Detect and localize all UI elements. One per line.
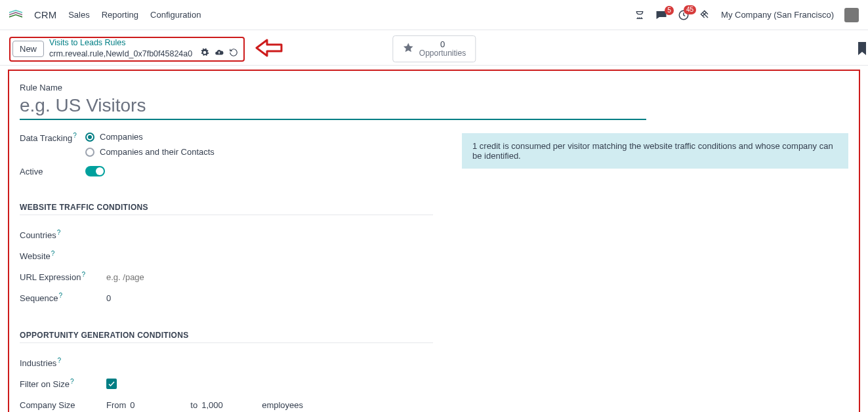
topbar-left: CRM Sales Reporting Configuration: [9, 9, 201, 20]
breadcrumb-record-id: crm.reveal.rule,NewId_0x7fb0f45824a0: [49, 49, 192, 59]
data-tracking-radio-group: Companies Companies and their Contacts: [85, 132, 215, 157]
help-icon[interactable]: ?: [59, 292, 63, 299]
help-icon[interactable]: ?: [57, 357, 61, 364]
opportunities-button[interactable]: 0 Opportunities: [392, 35, 476, 62]
breadcrumb-sub: crm.reveal.rule,NewId_0x7fb0f45824a0: [49, 48, 238, 60]
company-size-label: Company Size: [20, 400, 106, 410]
section-traffic-title: WEBSITE TRAFFIC CONDITIONS: [20, 203, 433, 212]
menu-sales[interactable]: Sales: [68, 10, 90, 20]
activities-icon[interactable]: 45: [678, 9, 690, 21]
breadcrumb-highlight-box: New Visits to Leads Rules crm.reveal.rul…: [9, 37, 245, 62]
active-toggle[interactable]: [85, 166, 105, 176]
radio-companies-contacts[interactable]: Companies and their Contacts: [85, 147, 215, 157]
industries-label: Industries?: [20, 357, 106, 368]
sequence-input[interactable]: 0: [106, 293, 433, 303]
opportunities-label: Opportunities: [419, 49, 466, 58]
messages-icon[interactable]: 5: [655, 10, 667, 20]
radio-companies[interactable]: Companies: [85, 132, 215, 142]
breadcrumb-texts: Visits to Leads Rules crm.reveal.rule,Ne…: [49, 38, 238, 60]
active-label: Active: [20, 167, 85, 176]
star-icon: [402, 42, 414, 56]
company-size-to-input[interactable]: [201, 400, 258, 410]
cloud-upload-icon[interactable]: [215, 48, 224, 60]
breadcrumb-link[interactable]: Visits to Leads Rules: [49, 38, 238, 48]
tools-icon[interactable]: [700, 10, 711, 20]
rule-name-input[interactable]: [20, 94, 646, 120]
company-size-from-input[interactable]: [130, 400, 186, 410]
to-label: to: [190, 400, 197, 410]
bookmark-icon[interactable]: [858, 42, 867, 57]
rule-name-label: Rule Name: [20, 83, 848, 93]
app-logo-icon[interactable]: [9, 10, 22, 20]
divider: [20, 215, 433, 215]
filter-size-checkbox[interactable]: [106, 379, 117, 389]
radio-unchecked-icon: [85, 148, 94, 157]
company-selector[interactable]: My Company (San Francisco): [721, 10, 834, 20]
help-icon[interactable]: ?: [51, 250, 55, 257]
activities-badge: 45: [684, 5, 696, 14]
voip-icon[interactable]: [634, 10, 645, 20]
data-tracking-label: Data Tracking?: [20, 132, 85, 143]
filter-size-label: Filter on Size?: [20, 378, 106, 389]
gear-icon[interactable]: [200, 48, 209, 60]
action-row: New Visits to Leads Rules crm.reveal.rul…: [0, 30, 868, 66]
svg-marker-2: [9, 14, 22, 17]
help-icon[interactable]: ?: [70, 378, 74, 385]
radio-checked-icon: [85, 133, 94, 142]
url-expression-input[interactable]: [106, 271, 238, 283]
messages-badge: 5: [665, 6, 674, 15]
sequence-label: Sequence?: [20, 292, 106, 303]
info-banner: 1 credit is consumed per visitor matchin…: [462, 133, 848, 169]
divider: [20, 342, 433, 343]
menu-reporting[interactable]: Reporting: [102, 10, 138, 20]
countries-label: Countries?: [20, 229, 106, 240]
menu-configuration[interactable]: Configuration: [150, 10, 201, 20]
section-opportunity-title: OPPORTUNITY GENERATION CONDITIONS: [20, 331, 433, 340]
employees-label: employees: [262, 400, 303, 410]
from-label: From: [106, 400, 126, 410]
user-avatar-icon[interactable]: [844, 8, 859, 22]
form-sheet: Rule Name Data Tracking? Companies Compa…: [8, 70, 860, 412]
topbar-right: 5 45 My Company (San Francisco): [634, 8, 859, 22]
help-icon[interactable]: ?: [81, 271, 85, 278]
website-label: Website?: [20, 250, 106, 261]
top-bar: CRM Sales Reporting Configuration 5 45 M…: [0, 0, 868, 30]
new-button[interactable]: New: [12, 41, 44, 57]
help-icon[interactable]: ?: [57, 229, 61, 236]
url-expression-label: URL Expression?: [20, 271, 106, 282]
help-icon[interactable]: ?: [73, 132, 77, 139]
app-name[interactable]: CRM: [34, 9, 56, 20]
opportunities-count: 0: [419, 40, 466, 49]
discard-icon[interactable]: [229, 48, 238, 60]
annotation-arrow-icon: [255, 37, 284, 60]
